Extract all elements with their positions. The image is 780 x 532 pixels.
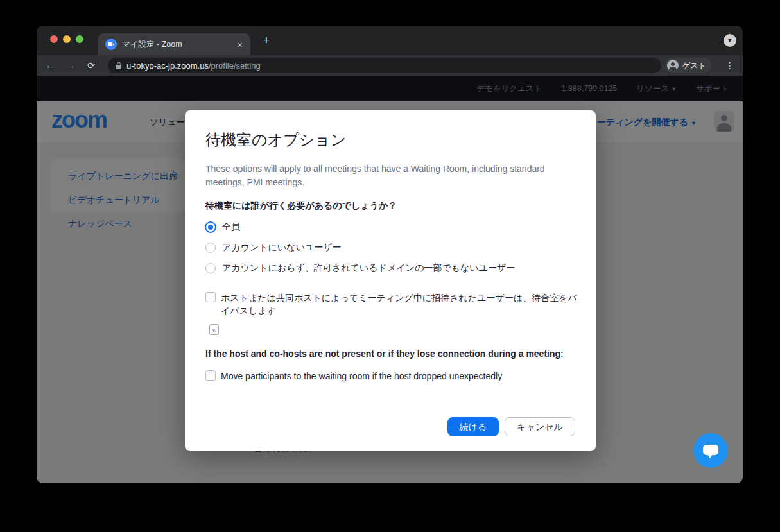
url-host: u-tokyo-ac-jp.zoom.us — [126, 61, 209, 71]
tab-title: マイ設定 - Zoom — [122, 39, 232, 50]
tab-close-icon[interactable]: × — [237, 39, 243, 50]
radio-option-users-not-in-domain[interactable]: アカウントにおらず、許可されているドメインの一部でもないユーザー — [205, 261, 515, 276]
reload-button[interactable]: ⟳ — [83, 55, 99, 76]
radio-option-everyone[interactable]: 全員 — [205, 219, 240, 235]
zoom-favicon-icon — [105, 39, 117, 50]
waiting-room-question: 待機室には誰が行く必要があるのでしょうか？ — [205, 200, 397, 212]
continue-button[interactable]: 続ける — [447, 417, 499, 436]
chat-bubble-icon — [703, 445, 718, 455]
radio-option-users-not-in-account[interactable]: アカウントにいないユーザー — [205, 240, 342, 255]
page-viewport: デモをリクエスト 1.888.799.0125 リソース▼ サポート zoom … — [37, 76, 743, 483]
guest-avatar-icon — [667, 60, 679, 71]
broken-image-icon: v. — [209, 324, 219, 335]
dialog-title: 待機室のオプション — [205, 130, 346, 150]
browser-menu-icon[interactable]: ⋮ — [724, 55, 736, 76]
guest-label: ゲスト — [682, 60, 706, 71]
browser-toolbar: ← → ⟳ u-tokyo-ac-jp.zoom.us /profile/set… — [37, 55, 743, 76]
back-button[interactable]: ← — [42, 55, 58, 76]
waiting-room-options-dialog: 待機室のオプション These options will apply to al… — [185, 110, 596, 451]
lock-icon — [116, 62, 121, 69]
radio-unselected-icon[interactable] — [205, 263, 216, 273]
maximize-window-button[interactable] — [76, 35, 83, 43]
minimize-window-button[interactable] — [63, 35, 71, 43]
checkbox-icon[interactable] — [205, 292, 216, 302]
dialog-buttons: 続ける キャンセル — [447, 417, 575, 436]
url-path: /profile/setting — [209, 61, 261, 71]
radio-unselected-icon[interactable] — [205, 243, 216, 253]
forward-button: → — [63, 55, 78, 76]
browser-tab[interactable]: マイ設定 - Zoom × — [98, 33, 250, 55]
radio-selected-icon[interactable] — [205, 221, 216, 233]
new-tab-button[interactable]: + — [258, 32, 275, 49]
tab-search-icon[interactable]: ▼ — [724, 34, 736, 47]
checkbox-bypass-waiting-room[interactable]: ホストまたは共同ホストによってミーティング中に招待されたユーザーは、待合室をバイ… — [205, 291, 578, 318]
address-bar[interactable]: u-tokyo-ac-jp.zoom.us /profile/setting — [108, 58, 661, 73]
chat-widget-button[interactable] — [693, 433, 728, 468]
dialog-description: These options will apply to all meetings… — [205, 162, 559, 189]
host-absent-heading: If the host and co-hosts are not present… — [205, 348, 564, 359]
checkbox-icon[interactable] — [205, 370, 216, 381]
tab-strip: マイ設定 - Zoom × + ▼ — [37, 26, 743, 55]
profile-guest-button[interactable]: ゲスト — [665, 58, 711, 73]
browser-window: マイ設定 - Zoom × + ▼ ← → ⟳ u-tokyo-ac-jp.zo… — [37, 26, 743, 483]
cancel-button[interactable]: キャンセル — [505, 417, 575, 436]
close-window-button[interactable] — [50, 35, 58, 43]
checkbox-move-participants[interactable]: Move participants to the waiting room if… — [205, 370, 502, 382]
